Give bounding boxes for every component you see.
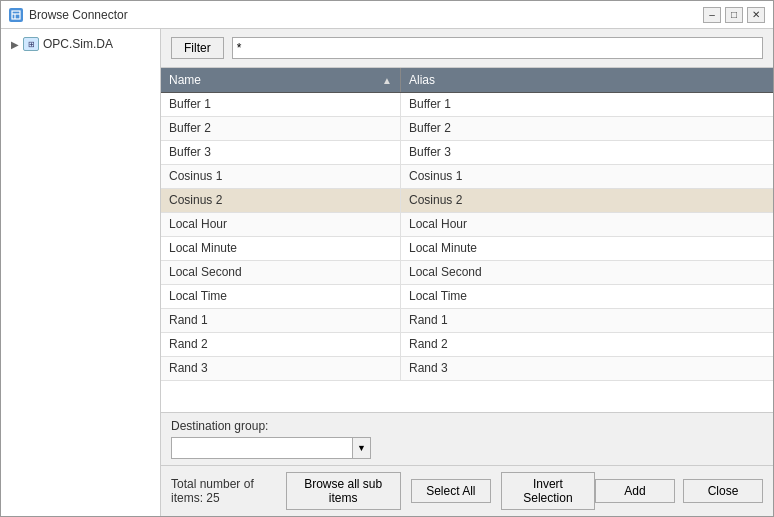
table-row[interactable]: Local HourLocal Hour — [161, 213, 773, 237]
scroll-pad — [757, 68, 773, 92]
table-header: Name ▲ Alias — [161, 68, 773, 93]
table-row[interactable]: Rand 2Rand 2 — [161, 333, 773, 357]
svg-rect-0 — [12, 11, 20, 19]
cell-name: Rand 2 — [161, 333, 401, 356]
close-button[interactable]: Close — [683, 479, 763, 503]
table-row[interactable]: Cosinus 1Cosinus 1 — [161, 165, 773, 189]
sidebar: ▶ ⊞ OPC.Sim.DA — [1, 29, 161, 516]
sort-icon: ▲ — [382, 75, 392, 86]
cell-alias: Buffer 2 — [401, 117, 773, 140]
table-body[interactable]: Buffer 1Buffer 1Buffer 2Buffer 2Buffer 3… — [161, 93, 773, 412]
cell-name: Local Minute — [161, 237, 401, 260]
cell-alias: Rand 3 — [401, 357, 773, 380]
cell-alias: Local Hour — [401, 213, 773, 236]
right-panel: Filter Name ▲ Alias Buffer 1Buffer 1Buff… — [161, 29, 773, 516]
cell-name: Local Second — [161, 261, 401, 284]
title-bar-controls: – □ ✕ — [703, 7, 765, 23]
cell-alias: Rand 1 — [401, 309, 773, 332]
tree-item-opc[interactable]: ▶ ⊞ OPC.Sim.DA — [7, 35, 154, 53]
cell-name: Rand 1 — [161, 309, 401, 332]
cell-name: Buffer 3 — [161, 141, 401, 164]
col-header-name: Name ▲ — [161, 68, 401, 92]
filter-bar: Filter — [161, 29, 773, 67]
cell-name: Cosinus 1 — [161, 165, 401, 188]
cell-alias: Cosinus 2 — [401, 189, 773, 212]
select-all-button[interactable]: Select All — [411, 479, 491, 503]
minimize-button[interactable]: – — [703, 7, 721, 23]
cell-alias: Local Minute — [401, 237, 773, 260]
table-row[interactable]: Buffer 2Buffer 2 — [161, 117, 773, 141]
table-row[interactable]: Rand 3Rand 3 — [161, 357, 773, 381]
table-row[interactable]: Cosinus 2Cosinus 2 — [161, 189, 773, 213]
table-row[interactable]: Buffer 3Buffer 3 — [161, 141, 773, 165]
browse-connector-window: Browse Connector – □ ✕ ▶ ⊞ OPC.Sim.DA Fi… — [0, 0, 774, 517]
table-row[interactable]: Rand 1Rand 1 — [161, 309, 773, 333]
invert-selection-button[interactable]: Invert Selection — [501, 472, 595, 510]
filter-button[interactable]: Filter — [171, 37, 224, 59]
bottom-right: Add Close — [595, 479, 763, 503]
node-icon: ⊞ — [23, 37, 39, 51]
col-header-alias: Alias — [401, 68, 757, 92]
add-button[interactable]: Add — [595, 479, 675, 503]
table-row[interactable]: Local TimeLocal Time — [161, 285, 773, 309]
tree-item-label: OPC.Sim.DA — [43, 37, 113, 51]
cell-alias: Buffer 3 — [401, 141, 773, 164]
cell-name: Rand 3 — [161, 357, 401, 380]
cell-alias: Rand 2 — [401, 333, 773, 356]
cell-alias: Local Second — [401, 261, 773, 284]
destination-group: Destination group: ▼ — [161, 412, 773, 465]
table-container: Name ▲ Alias Buffer 1Buffer 1Buffer 2Buf… — [161, 67, 773, 412]
cell-alias: Local Time — [401, 285, 773, 308]
table-row[interactable]: Local SecondLocal Second — [161, 261, 773, 285]
main-content: ▶ ⊞ OPC.Sim.DA Filter Name ▲ Alias — [1, 29, 773, 516]
table-row[interactable]: Buffer 1Buffer 1 — [161, 93, 773, 117]
status-text: Total number of items: 25 — [171, 477, 276, 505]
cell-alias: Cosinus 1 — [401, 165, 773, 188]
cell-name: Local Hour — [161, 213, 401, 236]
filter-input[interactable] — [232, 37, 763, 59]
destination-group-label: Destination group: — [171, 419, 763, 433]
title-bar-left: Browse Connector — [9, 8, 128, 22]
cell-name: Cosinus 2 — [161, 189, 401, 212]
browse-all-button[interactable]: Browse all sub items — [286, 472, 401, 510]
cell-name: Buffer 1 — [161, 93, 401, 116]
maximize-button[interactable]: □ — [725, 7, 743, 23]
app-icon — [9, 8, 23, 22]
cell-name: Local Time — [161, 285, 401, 308]
cell-name: Buffer 2 — [161, 117, 401, 140]
dropdown-arrow-icon[interactable]: ▼ — [352, 438, 370, 458]
destination-dropdown[interactable]: ▼ — [171, 437, 371, 459]
expand-icon: ▶ — [11, 39, 19, 50]
bottom-left: Total number of items: 25 Browse all sub… — [171, 472, 595, 510]
title-bar: Browse Connector – □ ✕ — [1, 1, 773, 29]
table-row[interactable]: Local MinuteLocal Minute — [161, 237, 773, 261]
close-window-button[interactable]: ✕ — [747, 7, 765, 23]
bottom-bar: Total number of items: 25 Browse all sub… — [161, 465, 773, 516]
cell-alias: Buffer 1 — [401, 93, 773, 116]
window-title: Browse Connector — [29, 8, 128, 22]
